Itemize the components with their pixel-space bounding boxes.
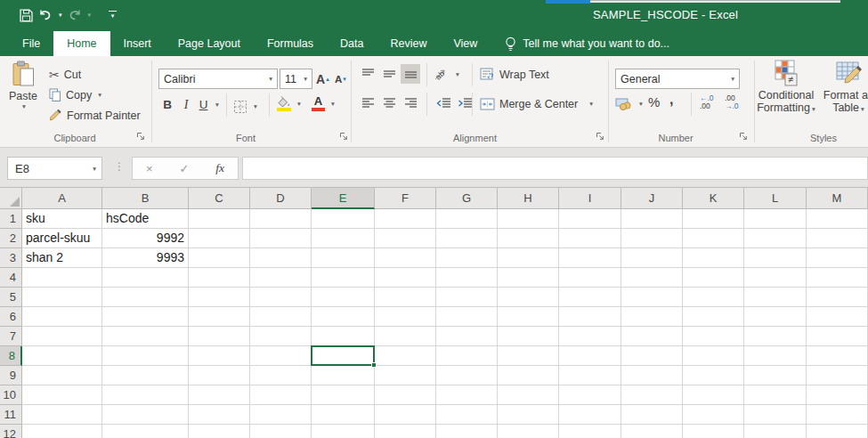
- cell-B3[interactable]: 9993: [102, 248, 189, 268]
- column-header-K[interactable]: K: [683, 188, 744, 209]
- format-as-table-button[interactable]: Format as Table▾: [821, 60, 868, 129]
- underline-button[interactable]: U ▾: [198, 95, 219, 114]
- cell-K10[interactable]: [683, 385, 744, 405]
- cell-J1[interactable]: [621, 209, 683, 229]
- active-cell-selection[interactable]: [311, 345, 375, 366]
- cell-B12[interactable]: [102, 425, 189, 438]
- cell-E3[interactable]: [312, 248, 375, 268]
- cell-F8[interactable]: [375, 346, 436, 366]
- cell-J11[interactable]: [621, 405, 683, 425]
- cell-D1[interactable]: [250, 209, 312, 229]
- cut-button[interactable]: ✂ Cut: [49, 65, 81, 84]
- paste-button[interactable]: Paste ▾: [4, 61, 43, 131]
- cell-F1[interactable]: [375, 209, 436, 229]
- column-header-E[interactable]: E: [312, 188, 375, 209]
- align-center-button[interactable]: [379, 93, 399, 113]
- row-header-1[interactable]: 1: [0, 209, 22, 229]
- cell-F2[interactable]: [375, 229, 436, 248]
- row-header-2[interactable]: 2: [0, 229, 22, 248]
- cell-K8[interactable]: [683, 346, 744, 366]
- decrease-indent-button[interactable]: [434, 93, 453, 113]
- increase-decimal-button[interactable]: ←.0 .00: [700, 94, 714, 110]
- cell-F12[interactable]: [375, 425, 436, 438]
- cell-I10[interactable]: [559, 385, 621, 405]
- merge-center-button[interactable]: Merge & Center ▾: [480, 94, 593, 113]
- font-dialog-launcher[interactable]: [339, 132, 350, 142]
- cell-G7[interactable]: [436, 327, 498, 346]
- column-header-A[interactable]: A: [22, 188, 102, 209]
- cell-F7[interactable]: [375, 327, 436, 346]
- cell-M11[interactable]: [807, 405, 868, 425]
- cell-L10[interactable]: [744, 385, 807, 405]
- cell-I1[interactable]: [559, 209, 621, 229]
- cell-D2[interactable]: [250, 229, 312, 248]
- cell-H2[interactable]: [498, 229, 559, 248]
- bottom-align-button[interactable]: [401, 64, 420, 84]
- cell-C9[interactable]: [189, 366, 250, 385]
- bold-button[interactable]: B: [161, 95, 174, 114]
- cell-D5[interactable]: [250, 288, 312, 307]
- cell-I4[interactable]: [559, 268, 621, 288]
- tab-view[interactable]: View: [440, 31, 491, 56]
- cell-E1[interactable]: [312, 209, 375, 229]
- top-align-button[interactable]: [358, 64, 377, 84]
- redo-icon[interactable]: [68, 6, 82, 24]
- cell-A7[interactable]: [22, 327, 102, 346]
- cell-D8[interactable]: [250, 346, 312, 366]
- cell-C8[interactable]: [189, 346, 250, 366]
- align-right-button[interactable]: [401, 93, 420, 113]
- cell-M1[interactable]: [807, 209, 868, 229]
- cell-G6[interactable]: [436, 307, 498, 327]
- cell-K3[interactable]: [683, 248, 744, 268]
- column-header-D[interactable]: D: [250, 188, 312, 209]
- shrink-font-button[interactable]: A▾: [335, 69, 346, 88]
- cell-H12[interactable]: [498, 425, 559, 438]
- cell-C2[interactable]: [189, 229, 250, 248]
- row-header-7[interactable]: 7: [0, 327, 22, 346]
- cell-G1[interactable]: [436, 209, 498, 229]
- cell-H6[interactable]: [498, 307, 559, 327]
- cell-D9[interactable]: [250, 366, 312, 385]
- grow-font-button[interactable]: A▴: [316, 69, 329, 88]
- cell-C3[interactable]: [189, 248, 250, 268]
- cell-B4[interactable]: [102, 268, 189, 288]
- cell-L1[interactable]: [744, 209, 807, 229]
- decrease-decimal-button[interactable]: .00 →.0: [725, 94, 739, 110]
- cell-M7[interactable]: [807, 327, 868, 346]
- column-header-M[interactable]: M: [807, 188, 868, 209]
- cell-D6[interactable]: [250, 307, 312, 327]
- cell-G9[interactable]: [436, 366, 498, 385]
- cell-M6[interactable]: [807, 307, 868, 327]
- font-size-combo[interactable]: 11 ▾: [280, 69, 312, 89]
- cell-J5[interactable]: [621, 288, 683, 307]
- cell-A4[interactable]: [22, 268, 102, 288]
- cell-E10[interactable]: [312, 385, 375, 405]
- tab-formulas[interactable]: Formulas: [254, 31, 327, 56]
- tab-file[interactable]: File: [9, 31, 53, 56]
- cell-K12[interactable]: [683, 425, 744, 438]
- number-format-combo[interactable]: General ▾: [615, 69, 740, 89]
- redo-dropdown-caret[interactable]: ▾: [88, 12, 92, 19]
- select-all-corner[interactable]: [0, 188, 22, 209]
- row-header-10[interactable]: 10: [0, 385, 22, 405]
- column-header-L[interactable]: L: [744, 188, 807, 209]
- row-header-11[interactable]: 11: [0, 405, 22, 425]
- cell-H10[interactable]: [498, 385, 559, 405]
- cell-L6[interactable]: [744, 307, 807, 327]
- cell-G8[interactable]: [436, 346, 498, 366]
- cell-K2[interactable]: [683, 229, 744, 248]
- cell-I5[interactable]: [559, 288, 621, 307]
- cell-F3[interactable]: [375, 248, 436, 268]
- cell-H1[interactable]: [498, 209, 559, 229]
- cell-E2[interactable]: [312, 229, 375, 248]
- wrap-text-button[interactable]: Wrap Text: [480, 65, 549, 84]
- percent-style-button[interactable]: %: [648, 93, 660, 111]
- column-header-J[interactable]: J: [621, 188, 683, 209]
- cell-A1[interactable]: sku: [22, 209, 102, 229]
- cell-A6[interactable]: [22, 307, 102, 327]
- cell-J4[interactable]: [621, 268, 683, 288]
- cell-C6[interactable]: [189, 307, 250, 327]
- cell-M3[interactable]: [807, 248, 868, 268]
- cell-I8[interactable]: [559, 346, 621, 366]
- cell-M4[interactable]: [807, 268, 868, 288]
